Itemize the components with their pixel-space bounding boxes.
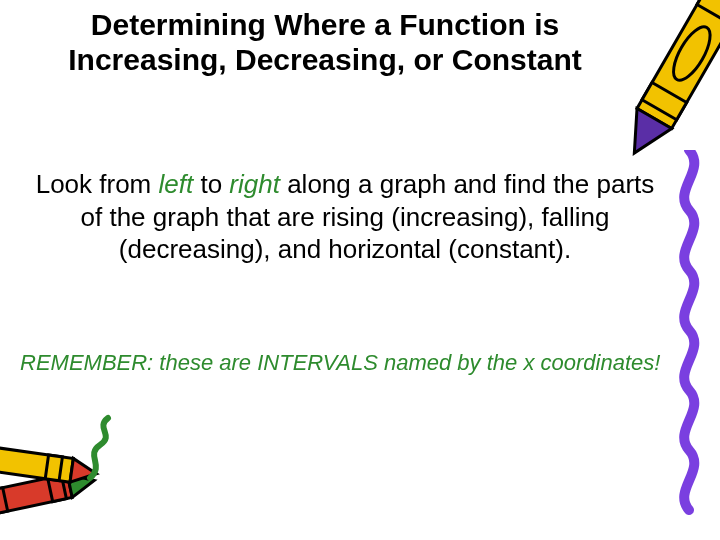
title-text: Determining Where a Function is Increasi… [68, 8, 581, 76]
body-right-word: right [229, 169, 280, 199]
squiggle-icon [667, 150, 712, 520]
slide: Determining Where a Function is Increasi… [0, 0, 720, 540]
remember-note: REMEMBER: these are INTERVALS named by t… [20, 350, 700, 376]
body-seg-1: Look from [36, 169, 159, 199]
remember-seg-2: coordinates! [541, 350, 661, 375]
body-left-word: left [159, 169, 194, 199]
remember-seg-1: REMEMBER: these are INTERVALS named by t… [20, 350, 523, 375]
slide-title: Determining Where a Function is Increasi… [40, 8, 610, 77]
body-seg-2: to [200, 169, 229, 199]
svg-rect-11 [45, 455, 62, 481]
slide-body: Look from left to right along a graph an… [30, 168, 660, 266]
remember-x: x [523, 350, 534, 375]
crayons-icon [0, 410, 130, 530]
